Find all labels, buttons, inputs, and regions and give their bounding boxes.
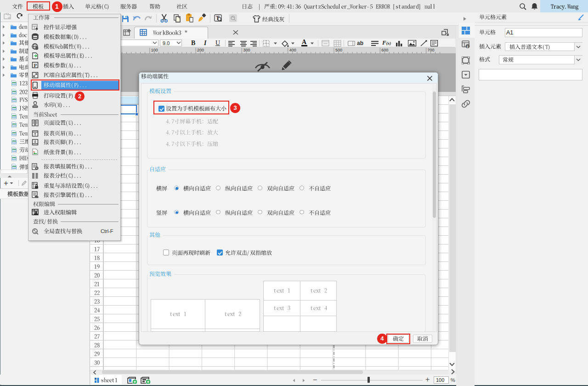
svg-text:P: P (34, 62, 37, 68)
